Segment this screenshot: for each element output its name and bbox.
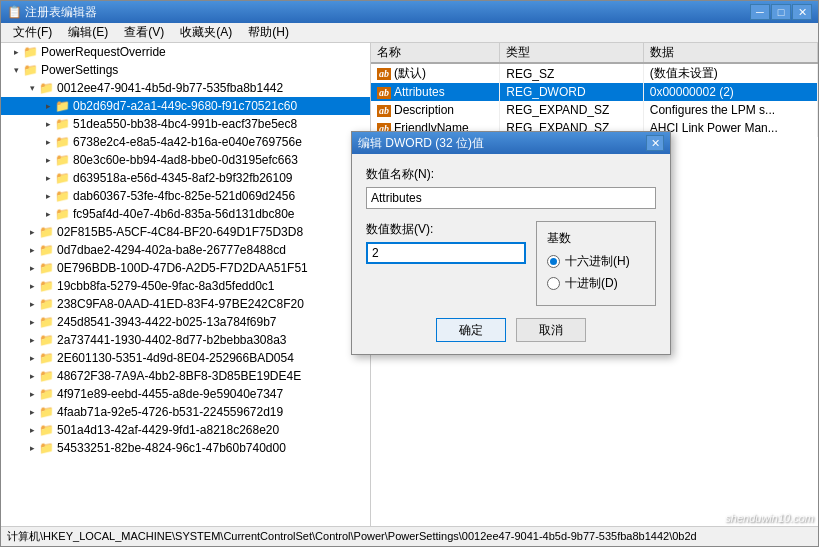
name-input[interactable] [366, 187, 656, 209]
tree-item-label: 0d7dbae2-4294-402a-ba8e-26777e8488cd [57, 243, 286, 257]
tree-item-guid-19cbb8fa[interactable]: ▸📁19cbb8fa-5279-450e-9fac-8a3d5fedd0c1 [1, 277, 370, 295]
table-row[interactable]: abDescriptionREG_EXPAND_SZConfigures the… [371, 101, 818, 119]
tree-panel[interactable]: ▸📁PowerRequestOverride▾📁PowerSettings▾📁0… [1, 43, 371, 526]
dialog-data-row: 数值数据(V): 基数 十六进制(H) 十进制(D) [366, 221, 656, 306]
ok-button[interactable]: 确定 [436, 318, 506, 342]
reg-name-cell: ab(默认) [371, 63, 500, 83]
watermark: shenduwin10.com [725, 512, 814, 524]
tree-item-guid-0b2d69d7[interactable]: ▸📁0b2d69d7-a2a1-449c-9680-f91c70521c60 [1, 97, 370, 115]
data-label: 数值数据(V): [366, 221, 526, 238]
tree-item-guid-d639518a[interactable]: ▸📁d639518a-e56d-4345-8af2-b9f32fb26109 [1, 169, 370, 187]
window-title: 注册表编辑器 [25, 4, 750, 21]
tree-arrow-icon: ▸ [41, 101, 55, 111]
reg-type-icon: ab [377, 68, 391, 80]
tree-arrow-icon: ▸ [41, 173, 55, 183]
tree-item-guid-fc95af4d[interactable]: ▸📁fc95af4d-40e7-4b6d-835a-56d131dbc80e [1, 205, 370, 223]
table-row[interactable]: ab(默认)REG_SZ(数值未设置) [371, 63, 818, 83]
tree-item-guid-245d8541[interactable]: ▸📁245d8541-3943-4422-b025-13a784f69b7 [1, 313, 370, 331]
name-label: 数值名称(N): [366, 166, 656, 183]
tree-item-label: 02F815B5-A5CF-4C84-BF20-649D1F75D3D8 [57, 225, 303, 239]
tree-item-guid-0012ee47[interactable]: ▾📁0012ee47-9041-4b5d-9b77-535fba8b1442 [1, 79, 370, 97]
tree-arrow-icon: ▸ [25, 443, 39, 453]
radio-hex-circle [547, 255, 560, 268]
col-name[interactable]: 名称 [371, 43, 500, 63]
tree-item-guid-2a737441[interactable]: ▸📁2a737441-1930-4402-8d77-b2bebba308a3 [1, 331, 370, 349]
status-text: 计算机\HKEY_LOCAL_MACHINE\SYSTEM\CurrentCon… [7, 529, 697, 544]
maximize-button[interactable]: □ [771, 4, 791, 20]
tree-item-power-settings[interactable]: ▾📁PowerSettings [1, 61, 370, 79]
menu-file[interactable]: 文件(F) [5, 22, 60, 43]
tree-arrow-icon: ▸ [25, 335, 39, 345]
radio-dec[interactable]: 十进制(D) [547, 275, 645, 292]
dialog-title: 编辑 DWORD (32 位)值 [358, 135, 646, 152]
col-data[interactable]: 数据 [643, 43, 817, 63]
tree-item-power-request-override[interactable]: ▸📁PowerRequestOverride [1, 43, 370, 61]
menu-favorites[interactable]: 收藏夹(A) [172, 22, 240, 43]
cancel-button[interactable]: 取消 [516, 318, 586, 342]
tree-arrow-icon: ▸ [41, 191, 55, 201]
edit-dword-dialog: 编辑 DWORD (32 位)值 ✕ 数值名称(N): 数值数据(V): 基数 … [351, 131, 671, 355]
tree-item-label: 238C9FA8-0AAD-41ED-83F4-97BE242C8F20 [57, 297, 304, 311]
reg-data-cell: Configures the LPM s... [643, 101, 817, 119]
title-bar: 📋 注册表编辑器 ─ □ ✕ [1, 1, 818, 23]
dialog-title-bar: 编辑 DWORD (32 位)值 ✕ [352, 132, 670, 154]
tree-item-guid-4f971e89[interactable]: ▸📁4f971e89-eebd-4455-a8de-9e59040e7347 [1, 385, 370, 403]
app-icon: 📋 [7, 5, 21, 19]
reg-type-icon: ab [377, 87, 391, 99]
tree-item-label: d639518a-e56d-4345-8af2-b9f32fb26109 [73, 171, 293, 185]
tree-item-guid-48672f38[interactable]: ▸📁48672F38-7A9A-4bb2-8BF8-3D85BE19DE4E [1, 367, 370, 385]
table-row[interactable]: abAttributesREG_DWORD0x00000002 (2) [371, 83, 818, 101]
tree-item-guid-501a4d13[interactable]: ▸📁501a4d13-42af-4429-9fd1-a8218c268e20 [1, 421, 370, 439]
folder-icon: 📁 [23, 63, 38, 77]
tree-item-label: 4f971e89-eebd-4455-a8de-9e59040e7347 [57, 387, 283, 401]
tree-item-guid-238c9fa8[interactable]: ▸📁238C9FA8-0AAD-41ED-83F4-97BE242C8F20 [1, 295, 370, 313]
tree-item-guid-51dea550[interactable]: ▸📁51dea550-bb38-4bc4-991b-eacf37be5ec8 [1, 115, 370, 133]
tree-arrow-icon: ▸ [25, 245, 39, 255]
tree-item-guid-80e3c60e[interactable]: ▸📁80e3c60e-bb94-4ad8-bbe0-0d3195efc663 [1, 151, 370, 169]
reg-type-cell: REG_DWORD [500, 83, 644, 101]
radio-hex[interactable]: 十六进制(H) [547, 253, 645, 270]
radio-dec-label: 十进制(D) [565, 275, 618, 292]
reg-type-icon: ab [377, 105, 391, 117]
folder-icon: 📁 [55, 135, 70, 149]
tree-arrow-icon: ▸ [25, 299, 39, 309]
folder-icon: 📁 [55, 99, 70, 113]
tree-item-label: 2E601130-5351-4d9d-8E04-252966BAD054 [57, 351, 294, 365]
folder-icon: 📁 [39, 81, 54, 95]
reg-data-cell: (数值未设置) [643, 63, 817, 83]
reg-type-cell: REG_SZ [500, 63, 644, 83]
tree-arrow-icon: ▸ [41, 155, 55, 165]
menu-help[interactable]: 帮助(H) [240, 22, 297, 43]
tree-item-guid-54533251[interactable]: ▸📁54533251-82be-4824-96c1-47b60b740d00 [1, 439, 370, 457]
tree-item-guid-4faab71a[interactable]: ▸📁4faab71a-92e5-4726-b531-224559672d19 [1, 403, 370, 421]
reg-type-cell: REG_EXPAND_SZ [500, 101, 644, 119]
col-type[interactable]: 类型 [500, 43, 644, 63]
tree-item-guid-dab60367[interactable]: ▸📁dab60367-53fe-4fbc-825e-521d069d2456 [1, 187, 370, 205]
tree-item-guid-0e796bdb[interactable]: ▸📁0E796BDB-100D-47D6-A2D5-F7D2DAA51F51 [1, 259, 370, 277]
tree-item-label: PowerRequestOverride [41, 45, 166, 59]
tree-arrow-icon: ▾ [9, 65, 23, 75]
tree-item-guid-02f815b5[interactable]: ▸📁02F815B5-A5CF-4C84-BF20-649D1F75D3D8 [1, 223, 370, 241]
tree-item-label: 2a737441-1930-4402-8d77-b2bebba308a3 [57, 333, 287, 347]
folder-icon: 📁 [39, 225, 54, 239]
tree-arrow-icon: ▸ [25, 371, 39, 381]
close-button[interactable]: ✕ [792, 4, 812, 20]
folder-icon: 📁 [39, 333, 54, 347]
menu-view[interactable]: 查看(V) [116, 22, 172, 43]
tree-item-label: 6738e2c4-e8a5-4a42-b16a-e040e769756e [73, 135, 302, 149]
tree-item-guid-2e601130[interactable]: ▸📁2E601130-5351-4d9d-8E04-252966BAD054 [1, 349, 370, 367]
menu-edit[interactable]: 编辑(E) [60, 22, 116, 43]
dialog-buttons: 确定 取消 [366, 318, 656, 342]
tree-arrow-icon: ▸ [25, 353, 39, 363]
folder-icon: 📁 [39, 297, 54, 311]
tree-item-guid-6738e2c4[interactable]: ▸📁6738e2c4-e8a5-4a42-b16a-e040e769756e [1, 133, 370, 151]
tree-item-guid-0d7dbae2[interactable]: ▸📁0d7dbae2-4294-402a-ba8e-26777e8488cd [1, 241, 370, 259]
minimize-button[interactable]: ─ [750, 4, 770, 20]
dialog-close-button[interactable]: ✕ [646, 135, 664, 151]
folder-icon: 📁 [39, 279, 54, 293]
tree-arrow-icon: ▸ [9, 47, 23, 57]
status-bar: 计算机\HKEY_LOCAL_MACHINE\SYSTEM\CurrentCon… [1, 526, 818, 546]
folder-icon: 📁 [39, 423, 54, 437]
data-input[interactable] [366, 242, 526, 264]
tree-item-label: 54533251-82be-4824-96c1-47b60b740d00 [57, 441, 286, 455]
